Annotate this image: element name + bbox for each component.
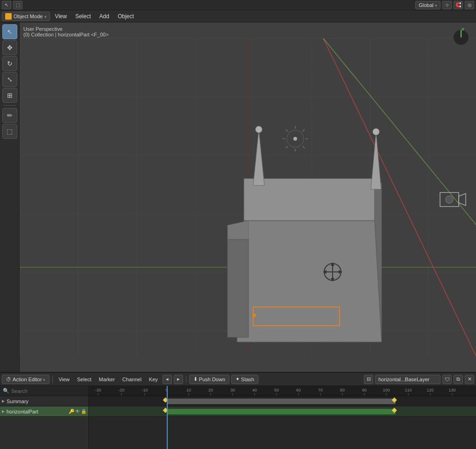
push-down-icon: ⬇ xyxy=(193,376,198,382)
mode-arrow xyxy=(44,14,47,19)
svg-point-27 xyxy=(446,196,453,203)
measure-tool[interactable]: ⬚ xyxy=(2,124,17,139)
search-bar: 🔍 xyxy=(0,386,88,396)
frame-110: 110 xyxy=(405,388,412,392)
frame-80: 80 xyxy=(340,388,345,392)
stash-label: Stash xyxy=(241,377,254,382)
bottom-select[interactable]: Select xyxy=(74,375,94,384)
channel-bar xyxy=(167,409,396,414)
menu-select[interactable]: Select xyxy=(71,12,94,21)
action-copy-btn[interactable]: ⧉ xyxy=(454,375,463,384)
global-dropdown[interactable]: Global xyxy=(415,1,440,9)
summary-arrow: ▶ xyxy=(2,399,5,403)
search-icon: 🔍 xyxy=(3,388,9,394)
bottom-toolbar: ⏱ Action Editor View Select Marker Chann… xyxy=(0,373,476,386)
frame-20: 20 xyxy=(208,388,213,392)
push-down-label: Push Down xyxy=(199,377,225,382)
frame-10: 10 xyxy=(186,388,191,392)
frame-ruler: -30 -20 -10 0 10 20 30 40 50 60 xyxy=(89,386,476,396)
snap-icon[interactable]: 🧲 xyxy=(454,1,463,9)
action-name-text: horizontal...BaseLayer xyxy=(378,377,429,382)
channel-arrow: ▶ xyxy=(2,409,5,413)
frame--10: -10 xyxy=(142,388,148,392)
axis-indicator: Y xyxy=(452,28,470,47)
svg-point-13 xyxy=(252,314,256,317)
frame-120: 120 xyxy=(426,388,433,392)
current-frame-indicator xyxy=(167,386,168,449)
transform-tool[interactable]: ⊞ xyxy=(2,88,17,103)
channel-lock-icon[interactable]: 🔒 xyxy=(81,409,86,414)
summary-channel-row[interactable]: ▶ Summary xyxy=(0,396,88,406)
menu-bar: Object Mode View Select Add Object xyxy=(0,10,476,22)
global-dropdown-arrow xyxy=(435,2,437,8)
key-menu-arrow-right[interactable]: ▸ xyxy=(174,375,183,384)
push-down-btn[interactable]: ⬇ Push Down xyxy=(189,375,229,384)
annotate-tool[interactable]: ✏ xyxy=(2,108,17,123)
svg-point-29 xyxy=(293,137,297,141)
key-menu-arrow-left[interactable]: ◂ xyxy=(163,375,172,384)
action-shield-btn[interactable]: 🛡 xyxy=(442,375,452,384)
svg-point-15 xyxy=(256,126,262,133)
cursor-tool-top[interactable]: ↖ xyxy=(2,1,11,9)
dopesheet-summary-row xyxy=(89,396,476,406)
menu-object[interactable]: Object xyxy=(114,12,138,21)
stash-btn[interactable]: ✦ Stash xyxy=(231,375,258,384)
frame-100: 100 xyxy=(383,388,390,392)
proportional-icon[interactable]: ◎ xyxy=(465,1,474,9)
viewport[interactable]: User Perspective (0) Collection | horizo… xyxy=(20,22,476,372)
frame--20: -20 xyxy=(118,388,124,392)
action-unlink-btn[interactable]: ✕ xyxy=(465,375,474,384)
cursor-tool[interactable]: ↖ xyxy=(2,24,17,39)
frame-70: 70 xyxy=(318,388,323,392)
timeline-area: 🔍 ▶ Summary ▶ horizontalPart 🔑 👁 🔒 xyxy=(0,386,476,449)
svg-marker-10 xyxy=(227,239,249,337)
frame-60: 60 xyxy=(296,388,301,392)
channel-pin-icon[interactable]: 🔑 xyxy=(69,409,74,414)
mode-dropdown[interactable]: Object Mode xyxy=(2,12,50,21)
top-toolbar: ↖ ⬚ Global ⊹ 🧲 ◎ xyxy=(0,0,476,10)
tool-separator-1 xyxy=(3,105,16,106)
scene-svg xyxy=(20,22,476,372)
action-name-field[interactable]: horizontal...BaseLayer xyxy=(375,375,440,384)
search-input[interactable] xyxy=(11,388,85,394)
editor-type-label: Action Editor xyxy=(13,377,42,382)
frame-50: 50 xyxy=(274,388,279,392)
left-sidebar: ↖ ✥ ↻ ⤡ ⊞ ✏ ⬚ xyxy=(0,22,20,372)
dopesheet-channel-row xyxy=(89,406,476,417)
editor-type-icon: ⏱ xyxy=(6,377,11,382)
svg-text:Y: Y xyxy=(462,28,464,32)
svg-point-17 xyxy=(373,128,379,135)
stash-icon: ✦ xyxy=(235,376,240,382)
channel-list: 🔍 ▶ Summary ▶ horizontalPart 🔑 👁 🔒 xyxy=(0,386,89,449)
horizontalpart-channel-row[interactable]: ▶ horizontalPart 🔑 👁 🔒 xyxy=(0,406,88,417)
frame-130: 130 xyxy=(448,388,455,392)
transform-pivot-icon[interactable]: ⊹ xyxy=(442,1,452,9)
mode-icon xyxy=(5,13,12,20)
channel-label: horizontalPart xyxy=(7,409,38,414)
box-select-top[interactable]: ⬚ xyxy=(13,1,22,9)
separator-2 xyxy=(186,376,186,383)
scale-tool[interactable]: ⤡ xyxy=(2,72,17,87)
svg-marker-7 xyxy=(237,221,382,342)
bottom-key[interactable]: Key xyxy=(146,375,161,384)
menu-add[interactable]: Add xyxy=(96,12,113,21)
summary-bar xyxy=(167,399,396,404)
editor-type-selector[interactable]: ⏱ Action Editor xyxy=(2,375,50,384)
frame--30: -30 xyxy=(95,388,101,392)
channel-eye-icon[interactable]: 👁 xyxy=(75,409,80,414)
bottom-marker[interactable]: Marker xyxy=(96,375,118,384)
bottom-view[interactable]: View xyxy=(56,375,72,384)
bottom-panel: ⏱ Action Editor View Select Marker Chann… xyxy=(0,372,476,449)
editor-type-arrow xyxy=(43,377,45,382)
menu-view[interactable]: View xyxy=(51,12,71,21)
summary-label: Summary xyxy=(7,399,28,404)
frame-30: 30 xyxy=(230,388,235,392)
bottom-channel[interactable]: Channel xyxy=(120,375,144,384)
toolbar-right: Global ⊹ 🧲 ◎ xyxy=(415,1,474,9)
rotate-tool[interactable]: ↻ xyxy=(2,56,17,71)
view-options-btn[interactable]: ⊟ xyxy=(364,375,373,384)
frame-40: 40 xyxy=(252,388,257,392)
move-tool[interactable]: ✥ xyxy=(2,40,17,55)
mode-label: Object Mode xyxy=(14,14,43,19)
dopesheet[interactable]: -30 -20 -10 0 10 20 30 40 50 60 xyxy=(89,386,476,449)
